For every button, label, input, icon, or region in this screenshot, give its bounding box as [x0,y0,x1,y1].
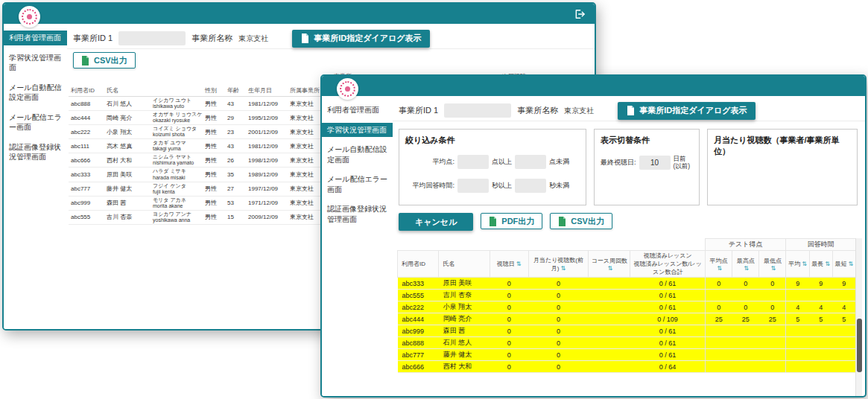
name-kana-cell: オカザキ リョウスケokazaki ryosuke [151,111,203,125]
cell: 男性 [203,111,225,125]
cell [732,361,759,373]
sidebar-item-mail-error[interactable]: メール配信エラー画面 [322,172,393,197]
cell [832,337,855,349]
sidebar-item-learning-status[interactable]: 学習状況管理画面 [4,51,67,75]
sidebar-item-mail-auto-delivery[interactable]: メール自動配信設定画面 [322,142,393,167]
learning-status-table: テスト得点 回答時間 利用者ID氏名視聴日⇅月当たり視聴数(前月)⇅コース周回数… [397,238,856,373]
cell [705,349,732,361]
sidebar-item-mail-auto-delivery[interactable]: メール自動配信設定画面 [4,80,67,105]
cell [732,337,759,349]
cell: 東京支社 [288,167,323,182]
csv-export-button[interactable]: CSV出力 [550,213,612,229]
last-view-days-input[interactable] [639,156,671,170]
cell: 0 [528,278,588,290]
cell: 0 [528,361,588,373]
group-header-test-score: テスト得点 [705,239,786,251]
column-header[interactable]: 平均⇅ [786,251,809,278]
cell: 1989/12/09 [246,167,288,182]
cell: 岡崎 亮介 [439,313,490,325]
sort-icon[interactable]: ⇅ [849,261,854,267]
office-id-field[interactable] [444,103,511,118]
cancel-button[interactable]: キャンセル [399,213,473,231]
cell [786,337,809,349]
column-header[interactable]: 最短⇅ [832,251,855,278]
avg-score-min-input[interactable] [457,155,489,169]
cell [589,290,630,301]
cell [759,337,786,349]
sidebar: 利用者管理画面 学習状況管理画面 メール自動配信設定画面 メール配信エラー画面 … [322,96,393,396]
cell: 西村 大和 [439,361,490,373]
sidebar-item-mail-error[interactable]: メール配信エラー画面 [4,110,67,135]
sort-icon[interactable]: ⇅ [744,265,749,272]
cell: 石川 悠人 [104,97,151,111]
sort-icon[interactable]: ⇅ [560,265,566,272]
column-header: 年齢 [225,71,246,97]
sort-icon[interactable]: ⇅ [717,265,722,272]
column-header[interactable]: 月当たり視聴数(前月)⇅ [528,251,588,278]
vertical-scrollbar[interactable] [855,238,862,396]
office-id-field[interactable] [118,31,186,45]
cell [786,290,809,301]
office-dialog-button-label: 事業所ID指定ダイアログ表示 [639,105,747,116]
cell [705,325,732,337]
office-name-label: 事業所名称 [191,33,232,44]
column-header[interactable]: 視聴日⇅ [490,251,528,278]
scrollbar-thumb[interactable] [857,319,862,372]
cell: 5 [832,313,855,325]
cell [832,325,855,337]
name-kana-cell: モリタ アカネmorita akane [151,196,203,210]
cell: 0 [490,325,528,337]
cell: abc999 [69,196,104,210]
cell: 5 [786,313,809,325]
cell [786,349,809,361]
score-min-suffix: 点以上 [492,157,512,167]
cell: 43 [225,139,246,153]
cell: 9 [809,278,832,290]
office-dialog-button[interactable]: 事業所ID指定ダイアログ表示 [618,102,755,120]
group-header-answer-time: 回答時間 [786,239,856,251]
logo-core-icon [27,14,32,19]
logout-icon[interactable] [574,8,586,20]
group-header-row: テスト得点 回答時間 [398,239,856,251]
cell: 男性 [203,167,225,182]
cell: abc555 [69,210,104,224]
cell: 原田 美咲 [104,167,151,182]
cell [832,349,855,361]
cell: abc888 [69,97,104,111]
cell: 森田 茜 [439,325,490,337]
column-header[interactable]: コース周回数⇅ [589,251,630,278]
sidebar-item-auth-image-status[interactable]: 認証画像登録状況管理画面 [4,140,67,165]
column-header: 氏名 [104,71,151,97]
sort-icon[interactable]: ⇅ [825,261,830,267]
sidebar-item-user-management[interactable]: 利用者管理画面 [4,31,67,45]
sidebar-item-auth-image-status[interactable]: 認証画像登録状況管理画面 [322,202,393,226]
sort-icon[interactable]: ⇅ [607,265,612,272]
pdf-export-button[interactable]: PDF出力 [481,213,542,229]
column-header[interactable]: 最低点⇅ [759,251,786,278]
sidebar-item-learning-status[interactable]: 学習状況管理画面 [322,123,393,138]
sidebar-item-user-management[interactable]: 利用者管理画面 [322,103,393,118]
document-icon [301,33,309,43]
avg-score-max-input[interactable] [515,155,546,169]
column-header[interactable]: 平均点⇅ [705,251,732,278]
cell [759,290,786,301]
sort-icon[interactable]: ⇅ [516,261,522,267]
cell: 0 / 109 [630,313,706,325]
time-max-suffix: 秒未満 [549,181,569,191]
avg-answer-time-label: 平均回答時間: [405,181,454,191]
cell: 0 [528,301,588,313]
cell: 東京支社 [288,210,323,224]
sort-icon[interactable]: ⇅ [802,261,807,267]
office-dialog-button[interactable]: 事業所ID指定ダイアログ表示 [292,30,430,48]
avg-time-max-input[interactable] [515,179,546,193]
cell: 東京支社 [288,111,323,125]
avg-time-min-input[interactable] [457,179,489,193]
sort-icon[interactable]: ⇅ [771,265,776,272]
cell: 1995/12/09 [246,111,288,125]
cell: 25 [705,313,732,325]
column-header[interactable]: 最長⇅ [809,251,832,278]
csv-export-button[interactable]: CSV出力 [73,52,136,68]
cell: 0 [528,349,588,361]
column-header[interactable]: 最高点⇅ [732,251,759,278]
learning-row: abc999森田 茜000 / 61 [398,325,856,337]
